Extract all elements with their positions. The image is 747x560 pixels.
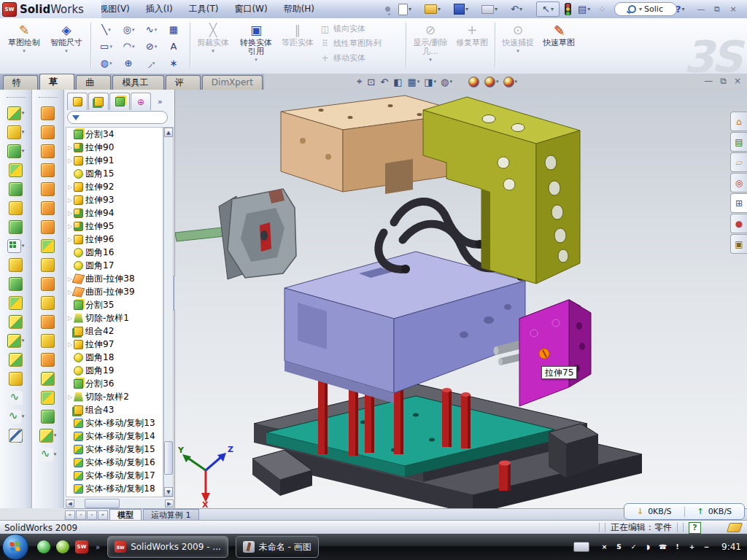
sphere-quicklaunch-icon[interactable] (56, 540, 69, 553)
display-delete-relations-button[interactable]: ⊘ 显示/删除几...▾ (410, 20, 451, 70)
tree-vertical-scrollbar[interactable]: ▲ ▼ (163, 127, 174, 497)
boss-button[interactable] (34, 255, 63, 274)
new-document-button[interactable]: ▾ (398, 2, 411, 16)
warning-tray-icon[interactable]: ! (672, 542, 683, 553)
graphics-viewport[interactable]: Y Z X 拉伸75 ⌂ ▤ ▱ ◎ (175, 90, 747, 508)
scroll-left-button[interactable]: ◀ (66, 499, 74, 508)
rectangle-tool[interactable]: ▭▾ (95, 38, 117, 55)
ellipse-tool[interactable]: ⊘▾ (140, 38, 163, 55)
expand-arrow-icon[interactable]: ▷ (66, 223, 74, 230)
scroll-right-button[interactable]: ▶ (165, 499, 174, 508)
menu-item[interactable]: 工具(T) (181, 0, 227, 18)
toolbar-grip[interactable] (39, 97, 58, 100)
section-view-button[interactable]: ◧ (392, 75, 404, 88)
close-button[interactable]: × (734, 76, 741, 86)
feature-tree-item[interactable]: ▷ 切除-放样2 (66, 390, 163, 403)
cap-button[interactable] (34, 293, 63, 312)
feature-tree-item[interactable]: ▷ 实体-移动/复制16 (66, 456, 163, 469)
repair-sketch-button[interactable]: + 修复草图 (454, 20, 490, 70)
panel-tabs-overflow-chevron[interactable]: » (158, 93, 163, 110)
tree-horizontal-scrollbar[interactable]: ◀ ▶ (66, 499, 174, 508)
feature-tree-item[interactable]: ▷ 实体-移动/复制17 (66, 469, 163, 482)
lofted-boss-button[interactable] (1, 160, 31, 179)
messenger-quicklaunch-icon[interactable] (37, 540, 50, 553)
command-tab[interactable]: DimXpert (202, 75, 263, 90)
feature-tree-item[interactable]: ▷ 分割34 (66, 128, 163, 141)
revolved-boss-button[interactable]: ▾ (1, 122, 31, 141)
expand-arrow-icon[interactable]: ▷ (66, 158, 74, 164)
delete-body-button[interactable] (1, 369, 31, 388)
feature-tree-item[interactable]: ▷ 切除-放样1 (66, 311, 163, 324)
bend-button[interactable] (34, 274, 63, 293)
expand-arrow-icon[interactable]: ▷ (66, 315, 74, 322)
spline-tool[interactable]: ∿▾ (140, 21, 163, 38)
expand-arrow-icon[interactable]: ▷ (66, 394, 74, 400)
select-button[interactable]: ↖▾ (536, 2, 560, 16)
swept-boss-button[interactable]: ▾ (1, 141, 31, 160)
fillet-surface-button[interactable] (34, 388, 63, 407)
feature-tree-item[interactable]: ▷ 拉伸93 (66, 193, 163, 206)
update-tray-icon[interactable]: ✓ (628, 542, 639, 553)
print-button[interactable]: ▾ (481, 2, 498, 16)
network-speed-widget[interactable]: ↓0KB/S ↑0KB/S (624, 503, 745, 520)
solidworks-quicklaunch-icon[interactable]: SW (75, 540, 88, 553)
menu-item[interactable]: 帮助(H) (276, 0, 322, 18)
display-style-button[interactable]: ◨▾ (422, 75, 438, 88)
chamfer-button[interactable] (34, 122, 63, 141)
dome-button[interactable] (34, 141, 63, 160)
previous-view-button[interactable]: ↶ (379, 75, 390, 88)
scrollbar-thumb[interactable] (164, 441, 173, 475)
dome-green-button[interactable] (34, 407, 63, 426)
scrollbar-thumb[interactable] (85, 499, 120, 508)
feature-tree-item[interactable]: ▷ 拉伸95 (66, 219, 163, 233)
taskbar-clock[interactable]: 9:41 (721, 542, 741, 552)
pin-icon[interactable] (382, 2, 392, 16)
flex-button[interactable] (34, 198, 63, 217)
expand-arrow-icon[interactable]: ▷ (66, 184, 74, 190)
edit-appearance-button[interactable] (467, 75, 481, 88)
tab-nav-button[interactable]: ‹ (76, 510, 86, 520)
feature-tree-item[interactable]: ▷ 实体-移动/复制15 (66, 443, 163, 456)
taskbar-task-button[interactable]: 未命名 - 画图 (236, 536, 319, 558)
antivirus-tray-icon[interactable]: × (599, 542, 610, 553)
feature-tree-item[interactable]: ▷ 实体-移动/复制14 (66, 429, 163, 443)
search-input[interactable]: ▾ Solic (614, 2, 677, 16)
command-tab[interactable]: 草图 (39, 74, 74, 90)
start-button[interactable] (2, 534, 28, 560)
feature-tree-item[interactable]: ▷ 拉伸90 (66, 141, 163, 154)
knit-surface-button[interactable] (34, 369, 63, 388)
tab-nav-button[interactable]: › (87, 510, 97, 520)
feature-tree-item[interactable]: ▷ 曲面-拉伸39 (66, 285, 163, 298)
feature-tree-item[interactable]: ▷ 拉伸97 (66, 338, 163, 351)
smart-dimension-button[interactable]: ◈ 智能尺寸▾ (47, 20, 86, 70)
rib-button[interactable] (1, 255, 31, 274)
view-settings-button[interactable]: ▾ (502, 75, 519, 88)
quick-tips-icon[interactable]: ? (689, 522, 701, 534)
save-button[interactable]: ▾ (454, 2, 468, 16)
command-tab[interactable]: 模具工具 (112, 75, 163, 90)
misc-toolbar-icon[interactable]: ⁘ (598, 2, 606, 16)
command-tab[interactable]: 特征 (3, 75, 38, 90)
options-button[interactable]: ▤▾ (578, 2, 590, 16)
mirror-entities-button[interactable]: ◫镜向实体 (320, 23, 382, 35)
tab-nav-button[interactable]: « (65, 510, 75, 520)
offset-entities-button[interactable]: ∥ 等距实体 (280, 20, 315, 70)
expand-arrow-icon[interactable]: ▷ (66, 210, 74, 217)
freeform-button[interactable] (34, 160, 63, 179)
move-entities-button[interactable]: +移动实体 (320, 52, 382, 64)
convert-entities-button[interactable]: ▣ 转换实体引用▾ (235, 20, 277, 70)
feature-tree-item[interactable]: ▷ 拉伸96 (66, 233, 163, 246)
intersection-curve-button[interactable] (1, 388, 31, 407)
extruded-cut-button[interactable] (1, 179, 31, 198)
help-button[interactable]: ?▾ (676, 2, 685, 16)
feature-tree-item[interactable]: ▷ 圆角18 (66, 351, 163, 364)
apply-scene-button[interactable]: ▾ (483, 75, 500, 88)
slot-tool[interactable]: ◍▾ (95, 55, 117, 71)
scroll-down-button[interactable]: ▼ (164, 487, 173, 497)
taskbar-task-button[interactable]: SW SolidWorks 2009 - ... (107, 536, 228, 558)
feature-tree-item[interactable]: ▷ 分割36 (66, 377, 163, 390)
dimxpert-manager-tab[interactable]: ⊕ (131, 93, 151, 110)
measure-button[interactable] (1, 426, 31, 445)
cylinder-assembly-gray[interactable] (175, 189, 296, 279)
toolbar-grip[interactable] (7, 97, 26, 100)
